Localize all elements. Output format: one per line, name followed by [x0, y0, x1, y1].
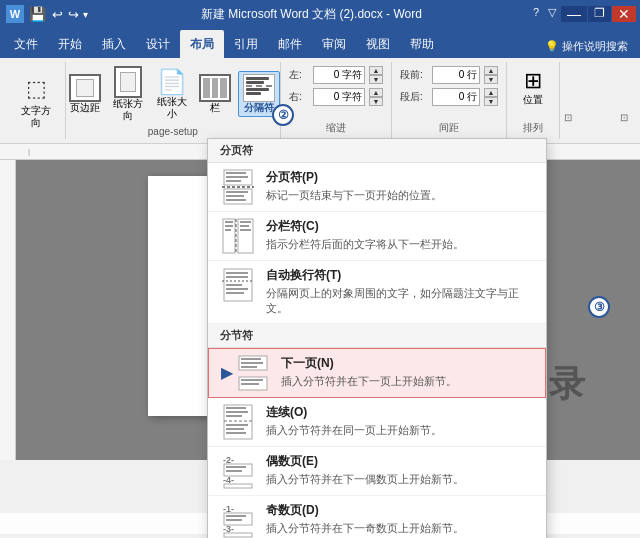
paper-size-label: 纸张大小	[156, 96, 188, 120]
next-page-icon: - - - - -	[235, 355, 271, 391]
tab-mailings[interactable]: 邮件	[268, 30, 312, 58]
indent-left-up[interactable]: ▲	[369, 66, 383, 75]
svg-rect-34	[226, 407, 246, 409]
indent-right-row: 右: ▲ ▼	[289, 88, 383, 106]
margins-button[interactable]: 页边距	[66, 72, 104, 116]
ribbon-group-page-setup: 页边距 纸张方向 📄 纸张大小 栏	[66, 62, 281, 139]
dropdown-item-even-page[interactable]: -2- -4- 偶数页(E) 插入分节符并在下一偶数页上开始新节。	[208, 447, 546, 496]
next-page-title: 下一页(N)	[281, 355, 533, 372]
odd-page-icon: -1- -3-	[220, 502, 256, 538]
indent-group-label: 缩进	[326, 119, 346, 135]
text-direction-icon: ⬚	[20, 73, 52, 105]
section-title-section-break: 分节符	[208, 324, 546, 348]
continuous-icon	[220, 404, 256, 440]
svg-rect-15	[240, 221, 251, 223]
tab-review[interactable]: 审阅	[312, 30, 356, 58]
spacing-before-down[interactable]: ▼	[484, 75, 498, 84]
indent-right-spinner[interactable]: ▲ ▼	[369, 88, 383, 106]
tab-view[interactable]: 视图	[356, 30, 400, 58]
qa-customize-button[interactable]: ▾	[83, 9, 88, 20]
ribbon-group-indent: 左: ▲ ▼ 右: ▲ ▼ 缩进	[281, 62, 392, 139]
vertical-ruler	[0, 160, 16, 460]
position-button[interactable]: ⊞ 位置	[515, 66, 551, 108]
search-help[interactable]: 💡 操作说明搜索	[537, 35, 636, 58]
dropdown-item-next-page[interactable]: ▶ - - - - - 下一页(N) 插入分节符并在下一页上开始新节。	[208, 348, 546, 398]
tab-help[interactable]: 帮助	[400, 30, 444, 58]
column-break-desc: 指示分栏符后面的文字将从下一栏开始。	[266, 237, 534, 252]
spacing-after-down[interactable]: ▼	[484, 97, 498, 106]
spacing-after-spinner[interactable]: ▲ ▼	[484, 88, 498, 106]
continuous-title: 连续(O)	[266, 404, 534, 421]
next-page-arrow: ▶	[221, 363, 233, 382]
svg-rect-14	[238, 219, 253, 253]
spacing-after-up[interactable]: ▲	[484, 88, 498, 97]
svg-rect-6	[226, 191, 248, 193]
svg-rect-46	[224, 484, 252, 488]
tab-layout[interactable]: 布局	[180, 30, 224, 58]
dropdown-item-page-break[interactable]: 分页符(P) 标记一页结束与下一页开始的位置。	[208, 163, 546, 212]
spacing-after-row: 段后: ▲ ▼	[400, 88, 498, 106]
close-button[interactable]: ✕	[612, 6, 636, 22]
columns-icon	[199, 74, 231, 102]
tab-file[interactable]: 文件	[4, 30, 48, 58]
indent-left-label: 左:	[289, 68, 309, 82]
svg-rect-35	[226, 411, 248, 413]
badge-2: ②	[272, 104, 294, 126]
help-button[interactable]: ?	[529, 6, 543, 22]
indent-right-up[interactable]: ▲	[369, 88, 383, 97]
undo-button[interactable]: ↩	[51, 7, 64, 22]
orientation-button[interactable]: 纸张方向	[108, 64, 148, 124]
even-page-title: 偶数页(E)	[266, 453, 534, 470]
tab-home[interactable]: 开始	[48, 30, 92, 58]
svg-rect-12	[225, 229, 231, 231]
svg-rect-2	[226, 176, 248, 178]
dropdown-item-continuous[interactable]: 连续(O) 插入分节符并在同一页上开始新节。	[208, 398, 546, 447]
paper-size-button[interactable]: 📄 纸张大小	[152, 66, 192, 122]
text-wrap-icon	[220, 267, 256, 303]
indent-left-spinner[interactable]: ▲ ▼	[369, 66, 383, 84]
tab-design[interactable]: 设计	[136, 30, 180, 58]
redo-button[interactable]: ↪	[67, 7, 80, 22]
spacing-before-label: 段前:	[400, 68, 428, 82]
position-label: 位置	[523, 94, 543, 106]
page-break-desc: 标记一页结束与下一页开始的位置。	[266, 188, 534, 203]
ribbon-group-arrange: ⊞ 位置 排列	[507, 62, 560, 139]
indent-left-input[interactable]	[313, 66, 365, 84]
next-page-desc: 插入分节符并在下一页上开始新节。	[281, 374, 533, 389]
spacing-before-up[interactable]: ▲	[484, 66, 498, 75]
svg-rect-17	[240, 229, 251, 231]
spacing-before-input[interactable]	[432, 66, 480, 84]
restore-button[interactable]: ❐	[588, 6, 611, 22]
tab-references[interactable]: 引用	[224, 30, 268, 58]
svg-rect-16	[240, 225, 249, 227]
odd-page-title: 奇数页(D)	[266, 502, 534, 519]
spacing-after-input[interactable]	[432, 88, 480, 106]
minimize-button[interactable]: —	[561, 6, 587, 22]
spacing-before-spinner[interactable]: ▲ ▼	[484, 66, 498, 84]
page-setup-expand[interactable]: ⊡	[560, 110, 576, 125]
margins-label: 页边距	[70, 102, 100, 114]
columns-button[interactable]: 栏	[196, 72, 234, 116]
svg-rect-32	[241, 383, 259, 385]
indent-left-down[interactable]: ▼	[369, 75, 383, 84]
paragraph-expand[interactable]: ⊡	[616, 110, 632, 125]
ribbon-toggle-button[interactable]: ▽	[544, 6, 560, 22]
svg-rect-22	[226, 284, 242, 286]
page-setup-label: page-setup	[148, 124, 198, 137]
dropdown-item-text-wrap[interactable]: 自动换行符(T) 分隔网页上的对象周围的文字，如分隔题注文字与正文。	[208, 261, 546, 324]
svg-rect-36	[226, 415, 242, 417]
arrange-group-label: 排列	[523, 119, 543, 135]
text-direction-button[interactable]: ⬚ 文字方向	[16, 71, 57, 131]
save-button[interactable]: 💾	[27, 6, 48, 22]
svg-rect-11	[225, 225, 233, 227]
indent-right-down[interactable]: ▼	[369, 97, 383, 106]
page-break-title: 分页符(P)	[266, 169, 534, 186]
dropdown-item-column-break[interactable]: 分栏符(C) 指示分栏符后面的文字将从下一栏开始。	[208, 212, 546, 261]
indent-right-input[interactable]	[313, 88, 365, 106]
svg-rect-38	[226, 424, 248, 426]
svg-rect-31	[241, 379, 263, 381]
tab-insert[interactable]: 插入	[92, 30, 136, 58]
even-page-desc: 插入分节符并在下一偶数页上开始新节。	[266, 472, 534, 487]
badge-3: ③	[588, 296, 610, 318]
dropdown-item-odd-page[interactable]: -1- -3- 奇数页(D) 插入分节符并在下一奇数页上开始新节。	[208, 496, 546, 538]
